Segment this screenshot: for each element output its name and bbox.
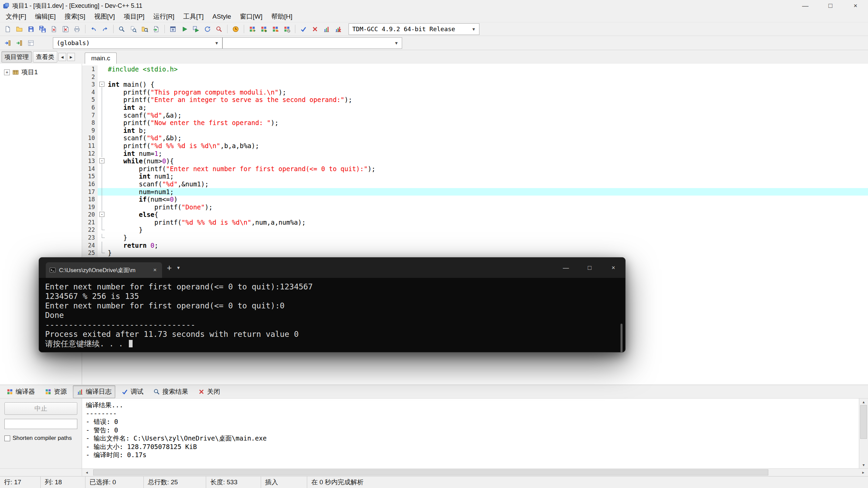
fold-collapse-icon[interactable]: - [99,82,104,87]
expand-icon[interactable]: + [4,69,10,75]
menu-item[interactable]: 帮助[H] [267,11,297,22]
class-combo[interactable]: (globals) ▾ [53,37,222,49]
menu-item[interactable]: 搜索[S] [60,11,90,22]
fold-collapse-icon[interactable]: - [99,212,104,217]
code-line-15[interactable]: 15 int num1; [82,172,868,180]
fold-collapse-icon[interactable]: - [99,158,104,163]
menu-item[interactable]: 运行[R] [149,11,179,22]
code-line-10[interactable]: 10 scanf("%d",&b); [82,134,868,142]
code-line-24[interactable]: 24 return 0; [82,242,868,249]
menu-item[interactable]: 窗口[W] [235,11,267,22]
bottom-tab[interactable]: 编译日志 [73,385,115,398]
code-line-14[interactable]: 14 printf("Enter next number for first o… [82,165,868,173]
find-button[interactable] [116,24,127,35]
code-line-9[interactable]: 9 int b; [82,127,868,135]
code-line-18[interactable]: 18 if(num<=0) [82,196,868,203]
delete-profiling-button[interactable] [332,24,344,35]
bottom-tab[interactable]: 搜索结果 [150,385,192,398]
code-line-19[interactable]: 19 printf("Done"); [82,203,868,211]
abort-button[interactable]: 中止 [4,402,77,415]
goto-declaration-button[interactable] [2,38,14,48]
undo-button[interactable] [88,24,99,35]
code-line-4[interactable]: 4 printf("This program computes moduli.\… [82,88,868,96]
sidebar-tab[interactable]: 项目管理 [1,51,32,63]
profiling-results-button[interactable] [321,24,332,35]
code-line-17[interactable]: 17 num=num1; [82,188,868,196]
bottom-tab[interactable]: 调试 [118,385,147,398]
menu-item[interactable]: AStyle [208,12,236,21]
code-line-7[interactable]: 7 scanf("%d",&a); [82,111,868,119]
menu-item[interactable]: 编辑[E] [31,11,60,22]
project-properties-button[interactable] [281,24,293,35]
menu-item[interactable]: 视图[V] [90,11,119,22]
sidebar-tab[interactable]: 查看类 [33,51,57,63]
fold-column[interactable]: - [98,81,106,88]
project-new-unit-button[interactable] [246,24,258,35]
code-line-21[interactable]: 21 printf("%d %% %d is %d\n",num,a,num%a… [82,219,868,226]
tab-scroll-left-button[interactable]: ◀ [58,53,66,61]
stop-execution-button[interactable] [309,24,321,35]
class-browser-button[interactable] [25,38,37,48]
menu-item[interactable]: 项目[P] [119,11,149,22]
terminal-tab-close-icon[interactable]: × [151,267,159,273]
compile-button[interactable] [167,24,179,35]
compile-and-run-button[interactable] [190,24,202,35]
code-line-5[interactable]: 5 printf("Enter an integer to serve as t… [82,96,868,104]
bottom-tab[interactable]: 关闭 [194,385,224,398]
project-tree-item[interactable]: + 项目1 [0,68,82,77]
code-line-20[interactable]: 20- else{ [82,211,868,219]
terminal-scrollbar-thumb[interactable] [620,324,623,352]
maximize-button[interactable]: □ [818,0,843,11]
find-in-files-button[interactable] [139,24,151,35]
save-button[interactable] [25,24,37,35]
scroll-right-icon[interactable]: ▸ [859,469,868,476]
scroll-left-icon[interactable]: ◂ [82,469,92,476]
profile-execution-button[interactable] [230,24,241,35]
terminal-maximize-button[interactable]: □ [578,258,601,278]
code-line-2[interactable]: 2 [82,73,868,81]
code-line-11[interactable]: 11 printf("%d %% %d is %d\n",b,a,b%a); [82,142,868,150]
close-file-button[interactable] [48,24,60,35]
syntax-check-button[interactable] [298,24,309,35]
shorten-paths-option[interactable]: Shorten compiler paths [4,435,77,442]
code-line-16[interactable]: 16 scanf("%d",&num1); [82,180,868,188]
code-line-8[interactable]: 8 printf("Now enter the first operand: "… [82,119,868,127]
menu-item[interactable]: 工具[T] [179,11,208,22]
rebuild-all-button[interactable] [202,24,213,35]
redo-button[interactable] [99,24,111,35]
compiler-combo[interactable]: TDM-GCC 4.9.2 64-bit Release ▾ [349,23,479,35]
code-line-3[interactable]: 3-int main() { [82,81,868,88]
close-project-button[interactable] [60,24,71,35]
code-line-6[interactable]: 6 int a; [82,104,868,111]
minimize-button[interactable]: — [793,0,818,11]
bottom-tab[interactable]: 编译器 [3,385,39,398]
new-file-button[interactable] [2,24,14,35]
save-all-button[interactable] [37,24,48,35]
chevron-down-icon[interactable]: ▾ [391,40,402,46]
fold-column[interactable]: - [98,157,106,165]
terminal-window[interactable]: C:\Users\zyl\OneDrive\桌面\m × + ▾ — □ × E… [39,257,626,352]
code-line-12[interactable]: 12 int num=1; [82,150,868,158]
open-project-button[interactable] [14,24,25,35]
chevron-down-icon[interactable]: ▾ [211,40,222,46]
goto-line-button[interactable] [151,24,162,35]
print-button[interactable] [71,24,83,35]
scroll-track[interactable] [859,404,868,463]
menu-item[interactable]: 文件[F] [1,11,31,22]
terminal-tab[interactable]: C:\Users\zyl\OneDrive\桌面\m × [46,262,162,278]
bottom-tab[interactable]: 资源 [41,385,71,398]
chevron-down-icon[interactable]: ▾ [468,26,479,32]
code-line-25[interactable]: 25} [82,249,868,257]
terminal-output[interactable]: Enter next number for first operand(<= 0… [39,278,625,352]
log-vertical-scrollbar[interactable]: ▴ ▾ [859,399,868,468]
scroll-down-icon[interactable]: ▾ [863,463,865,467]
run-button[interactable] [179,24,190,35]
shorten-paths-checkbox[interactable] [4,435,10,441]
fold-column[interactable]: - [98,211,106,219]
scroll-up-icon[interactable]: ▴ [863,400,865,404]
code-line-1[interactable]: 1#include <stdio.h> [82,65,868,73]
close-button[interactable]: × [843,0,868,11]
scroll-thumb[interactable] [93,469,768,475]
code-line-22[interactable]: 22 } [82,226,868,234]
replace-button[interactable] [127,24,139,35]
